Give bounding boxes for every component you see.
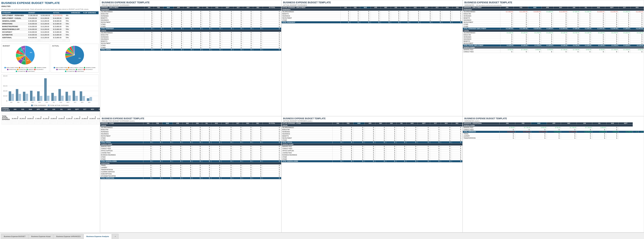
cell-5: $ - bbox=[386, 133, 396, 135]
legend-item: GENERAL/ADMIN bbox=[84, 67, 96, 68]
variances-grid[interactable]: VARIANCES - EMPLOYMENTJANFEBMARAPRMAYJUN… bbox=[463, 6, 644, 116]
cell-7: $ - bbox=[211, 129, 222, 131]
budget-grid-2[interactable]: EXPENSES - OTHERJANFEBMARAPRMAYJUNJULAUG… bbox=[100, 122, 281, 232]
table-row: RECRUITMENT$ -$ -$ -$ -$ -$ -$ -$ -$ -$ … bbox=[463, 21, 644, 24]
cell-5: $ - bbox=[391, 13, 401, 15]
casual-cell-3: $ - bbox=[542, 40, 554, 42]
ga-cell-1: $ - bbox=[514, 51, 528, 53]
analysis-budget: $ 34,000.00 bbox=[28, 36, 40, 39]
svg-text:70%: 70% bbox=[78, 58, 81, 59]
cell-1: $ - bbox=[350, 13, 360, 15]
total-cell-10: $ - bbox=[243, 160, 253, 162]
budget-grid[interactable]: EXPENSES - EMPLOYMENTJANFEBMARAPRMAYJUNJ… bbox=[100, 6, 281, 116]
table-row: RECRUITMENT$ -$ -$ -$ -$ -$ -$ -$ -$ -$ … bbox=[100, 42, 281, 44]
analysis-pct: 70% bbox=[65, 36, 70, 39]
variances-grid-2[interactable]: VARIANCES - OPERATIONALJANFEBMARAPRMAYJU… bbox=[463, 122, 644, 232]
total-cell-2: $ - bbox=[163, 28, 174, 30]
cell-7: $ - bbox=[211, 166, 222, 169]
table-row: INSURANCE$ -$ -$ -$ -$ -$ -$ -$ -$ -$ -$… bbox=[463, 38, 644, 40]
cell-6: $ - bbox=[396, 126, 406, 129]
legend-item: OCCUPANCY bbox=[84, 69, 93, 70]
cell-11: $ - bbox=[452, 131, 462, 133]
tr-cell-6: $ - bbox=[592, 137, 606, 139]
table-row: INSURANCE$ -$ -$ -$ -$ -$ -$ -$ -$ -$ -$… bbox=[463, 19, 644, 21]
svg-rect-22 bbox=[16, 89, 18, 101]
row-label: INCREASES bbox=[100, 131, 143, 133]
op-cell-6: $ 450.00 bbox=[592, 126, 606, 129]
total-cell-11: $ - bbox=[253, 49, 263, 51]
row-label: OFFICE SUPPLIES bbox=[100, 150, 143, 152]
cell-6: $ - bbox=[202, 139, 211, 141]
cell-9: $ - bbox=[430, 137, 441, 139]
col-header-6: JUN bbox=[192, 122, 202, 124]
svg-text:JAN: JAN bbox=[10, 102, 12, 103]
tab-add-button[interactable]: + bbox=[112, 234, 118, 239]
row-label: RECRUITMENT bbox=[100, 42, 144, 44]
cell-1: $ - bbox=[153, 164, 162, 166]
row-label: INSURANCE bbox=[282, 15, 340, 17]
analysis-pct: 70% bbox=[65, 34, 70, 36]
table-row: INCREASES$ -$ -$ -$ -$ -$ -$ -$ -$ -$ -$… bbox=[463, 36, 644, 38]
actual-grid[interactable]: ACTUAL EXPENSES - EMPLOYMENTJANFEBMARAPR… bbox=[282, 6, 463, 116]
actual-grid-2[interactable]: ACTUAL EXPENSES - OTHERJANFEBMARAPRMAYJU… bbox=[282, 122, 463, 232]
cell-0: $ - bbox=[143, 158, 153, 160]
tab-1[interactable]: Business Expense Actual bbox=[28, 234, 53, 239]
tab-0[interactable]: Business Expense BUDGET bbox=[1, 234, 28, 239]
cell-8: $ - bbox=[418, 135, 430, 137]
total-cell-0: $ - bbox=[143, 177, 153, 179]
analysis-variance: $ 23,800.00 bbox=[52, 36, 65, 39]
cell-0: $ - bbox=[143, 129, 153, 131]
cell-11: $ - bbox=[452, 135, 462, 137]
cell-4: $ - bbox=[182, 164, 192, 166]
total-cell-4: $ - bbox=[375, 160, 386, 162]
cell-3: $ - bbox=[364, 126, 375, 129]
casual-cell-0: $ - bbox=[500, 38, 514, 40]
cell-5: $ - bbox=[192, 126, 202, 129]
col-header-8: AUG bbox=[212, 6, 222, 9]
tab-3[interactable]: Business Expense Analysis bbox=[84, 234, 112, 239]
total-cell-2: $ - bbox=[360, 21, 371, 24]
svg-text:JUL: JUL bbox=[53, 102, 55, 103]
variance-cell-7: $ (3,000.00) bbox=[592, 11, 605, 13]
table-row: BANKING FEES$ -$ -$ -$ -$ -$ -$ -$ -$ -$… bbox=[282, 146, 462, 148]
cell-0: $ - bbox=[144, 13, 154, 15]
cell-1: $ - bbox=[154, 26, 163, 28]
cell-1: $ - bbox=[154, 13, 163, 15]
expense-cell-2-11: $ 31,000.00 bbox=[96, 120, 100, 124]
cell-0: $ - bbox=[143, 148, 153, 150]
analysis-actual: $ 10,200.00 bbox=[40, 28, 52, 31]
cell-10: $ - bbox=[243, 156, 253, 158]
analysis-row-label: GENERAL/ADMIN bbox=[1, 20, 28, 22]
cell-5: $ - bbox=[193, 44, 203, 46]
expense-cell-2-9: $ 17,200.00 bbox=[81, 120, 88, 124]
cell-7: $ - bbox=[211, 152, 222, 154]
cell-4: $ - bbox=[375, 146, 386, 148]
cell-3: $ - bbox=[174, 26, 183, 28]
cell-7: $ - bbox=[410, 17, 420, 19]
casual-cell-7: $ - bbox=[592, 38, 605, 40]
analysis-row-label: OCCUPANCY bbox=[1, 31, 28, 34]
cell-7: $ - bbox=[212, 44, 222, 46]
col-header-11: NOV bbox=[243, 122, 253, 124]
variance-cell-9: $ - bbox=[618, 19, 630, 21]
op-cell-2: $ 450.00 bbox=[531, 126, 547, 129]
row-label: BONUS PAY bbox=[100, 129, 143, 131]
variance-cell-9: $ - bbox=[618, 15, 630, 17]
cell-4: $ - bbox=[375, 131, 386, 133]
cell-8: $ - bbox=[222, 164, 233, 166]
ga-cell-4: $ 7,700.00 bbox=[554, 49, 568, 51]
cell-6: $ - bbox=[396, 131, 406, 133]
cell-2: $ - bbox=[162, 175, 173, 177]
table-row: BENEFITS$ -$ -$ -$ -$ -$ -$ -$ -$ -$ -$ … bbox=[100, 40, 281, 42]
cell-4: $ - bbox=[182, 154, 192, 156]
cell-4: $ - bbox=[182, 158, 192, 160]
cell-7: $ - bbox=[211, 131, 222, 133]
analysis-actual: $ 10,200.00 bbox=[40, 17, 52, 20]
casual-cell-9: $ - bbox=[618, 38, 630, 40]
table-row: LICENSE FEES$ -$ -$ -$ -$ -$ -$ -$ -$ -$… bbox=[100, 152, 281, 154]
svg-rect-53 bbox=[90, 97, 92, 101]
cell-3: $ - bbox=[174, 11, 183, 13]
tab-2[interactable]: Business Expense VARIANCES bbox=[54, 234, 84, 239]
table-row: OTHER$ -$ -$ -$ -$ -$ -$ -$ -$ -$ -$ -$ … bbox=[100, 156, 281, 158]
casual-cell-6: $ 4,200.00 bbox=[580, 32, 592, 34]
